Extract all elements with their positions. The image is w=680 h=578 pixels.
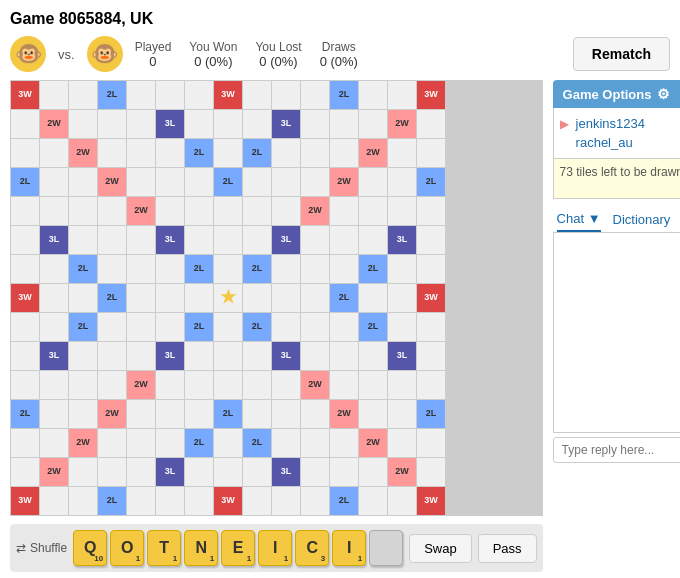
- board-cell[interactable]: [359, 110, 387, 138]
- board-cell[interactable]: 2L: [98, 284, 126, 312]
- rack-tile[interactable]: E1: [221, 530, 255, 566]
- board-cell[interactable]: 2L: [98, 81, 126, 109]
- board-cell[interactable]: [214, 313, 242, 341]
- board-cell[interactable]: [156, 168, 184, 196]
- board-cell[interactable]: 2L: [330, 487, 358, 515]
- board-cell[interactable]: 2L: [243, 429, 271, 457]
- board-cell[interactable]: [330, 429, 358, 457]
- board-cell[interactable]: [11, 313, 39, 341]
- board-cell[interactable]: [359, 168, 387, 196]
- board-cell[interactable]: [185, 226, 213, 254]
- board-cell[interactable]: [243, 197, 271, 225]
- board-cell[interactable]: [127, 255, 155, 283]
- board-cell[interactable]: [301, 458, 329, 486]
- board-cell[interactable]: [40, 81, 68, 109]
- board-cell[interactable]: [11, 110, 39, 138]
- rematch-button[interactable]: Rematch: [573, 37, 670, 71]
- board-cell[interactable]: 2W: [98, 400, 126, 428]
- board-cell[interactable]: [388, 400, 416, 428]
- board-cell[interactable]: [330, 139, 358, 167]
- board-cell[interactable]: [301, 110, 329, 138]
- board-cell[interactable]: [243, 458, 271, 486]
- board-cell[interactable]: [330, 226, 358, 254]
- board-cell[interactable]: [388, 284, 416, 312]
- board-cell[interactable]: [11, 371, 39, 399]
- board-cell[interactable]: [156, 400, 184, 428]
- board-cell[interactable]: 2W: [359, 139, 387, 167]
- board-cell[interactable]: [69, 197, 97, 225]
- board-cell[interactable]: 2W: [330, 400, 358, 428]
- board-cell[interactable]: [301, 313, 329, 341]
- board-cell[interactable]: [359, 81, 387, 109]
- board-cell[interactable]: 2W: [301, 371, 329, 399]
- board-cell[interactable]: [359, 226, 387, 254]
- board-cell[interactable]: 2L: [69, 313, 97, 341]
- board-cell[interactable]: [69, 284, 97, 312]
- board-cell[interactable]: 3W: [214, 81, 242, 109]
- rack-tile[interactable]: O1: [110, 530, 144, 566]
- board-cell[interactable]: [40, 487, 68, 515]
- board-cell[interactable]: [40, 371, 68, 399]
- board-cell[interactable]: 2W: [330, 168, 358, 196]
- board-cell[interactable]: [40, 313, 68, 341]
- board-cell[interactable]: [98, 139, 126, 167]
- board-cell[interactable]: [185, 197, 213, 225]
- board-cell[interactable]: 3W: [417, 81, 445, 109]
- board-cell[interactable]: 3L: [388, 342, 416, 370]
- board-cell[interactable]: 3W: [417, 487, 445, 515]
- board-cell[interactable]: [98, 458, 126, 486]
- scrabble-board[interactable]: 3W2L3W2L3W2W3L3L2W2W2L2L2W2L2W2L2W2L2W2W…: [10, 80, 543, 516]
- board-cell[interactable]: 3L: [272, 110, 300, 138]
- board-cell[interactable]: 3L: [388, 226, 416, 254]
- board-cell[interactable]: [417, 429, 445, 457]
- board-cell[interactable]: 2L: [330, 81, 358, 109]
- board-cell[interactable]: [214, 226, 242, 254]
- board-cell[interactable]: 2L: [185, 313, 213, 341]
- board-cell[interactable]: 2L: [359, 313, 387, 341]
- board-cell[interactable]: [272, 487, 300, 515]
- board-cell[interactable]: [127, 342, 155, 370]
- board-cell[interactable]: 2L: [98, 487, 126, 515]
- board-cell[interactable]: [11, 429, 39, 457]
- board-cell[interactable]: 2L: [214, 168, 242, 196]
- board-cell[interactable]: [69, 81, 97, 109]
- board-cell[interactable]: [272, 284, 300, 312]
- board-cell[interactable]: [272, 168, 300, 196]
- board-cell[interactable]: [156, 371, 184, 399]
- board-cell[interactable]: [40, 168, 68, 196]
- board-cell[interactable]: [388, 313, 416, 341]
- board-cell[interactable]: [156, 429, 184, 457]
- board-cell[interactable]: [301, 284, 329, 312]
- board-cell[interactable]: [388, 429, 416, 457]
- board-cell[interactable]: 2W: [40, 458, 68, 486]
- board-cell[interactable]: 2W: [127, 371, 155, 399]
- board-cell[interactable]: [127, 284, 155, 312]
- board-cell[interactable]: [127, 110, 155, 138]
- board-cell[interactable]: [11, 139, 39, 167]
- board-cell[interactable]: [156, 284, 184, 312]
- board-cell[interactable]: [388, 255, 416, 283]
- board-cell[interactable]: [214, 458, 242, 486]
- board-cell[interactable]: [243, 110, 271, 138]
- board-cell[interactable]: [301, 487, 329, 515]
- board-cell[interactable]: [98, 110, 126, 138]
- board-cell[interactable]: [388, 81, 416, 109]
- board-cell[interactable]: 2L: [359, 255, 387, 283]
- board-cell[interactable]: 2L: [243, 313, 271, 341]
- board-cell[interactable]: [127, 139, 155, 167]
- board-cell[interactable]: [127, 487, 155, 515]
- board-cell[interactable]: [214, 429, 242, 457]
- board-cell[interactable]: [359, 284, 387, 312]
- rack-tile[interactable]: [369, 530, 403, 566]
- board-cell[interactable]: [330, 197, 358, 225]
- board-cell[interactable]: [417, 110, 445, 138]
- board-cell[interactable]: 2W: [69, 429, 97, 457]
- board-cell[interactable]: 2L: [243, 139, 271, 167]
- board-cell[interactable]: [185, 168, 213, 196]
- rack-tile[interactable]: Q10: [73, 530, 107, 566]
- board-cell[interactable]: [98, 197, 126, 225]
- board-cell[interactable]: [214, 197, 242, 225]
- board-cell[interactable]: [156, 197, 184, 225]
- board-cell[interactable]: 3L: [156, 458, 184, 486]
- board-cell[interactable]: [11, 342, 39, 370]
